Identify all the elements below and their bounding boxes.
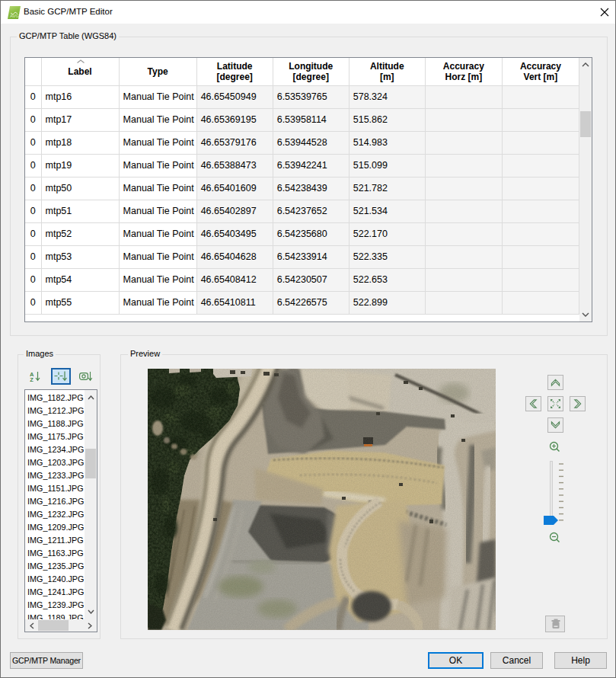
svg-text:AVG: AVG	[10, 14, 20, 18]
svg-text:Z: Z	[30, 376, 34, 382]
